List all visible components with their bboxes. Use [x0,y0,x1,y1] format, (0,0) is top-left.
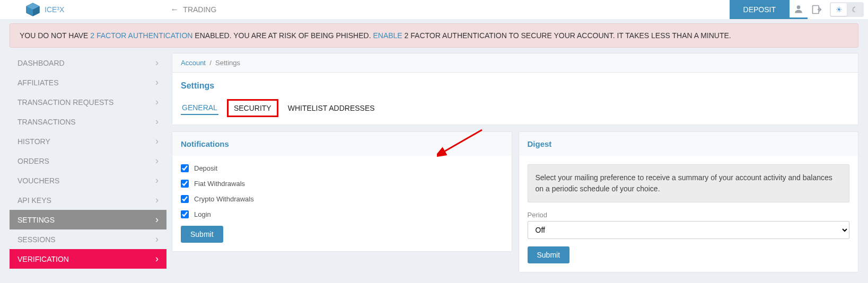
chevron-right-icon: › [155,116,159,127]
nav-back[interactable]: ← TRADING [170,5,216,14]
sidebar: DASHBOARD› AFFILIATES› TRANSACTION REQUE… [10,53,166,272]
sidebar-item-transactions[interactable]: TRANSACTIONS› [10,112,166,131]
chevron-right-icon: › [155,214,159,225]
checkbox-deposit[interactable] [181,164,189,172]
notifications-submit-button[interactable]: Submit [181,226,223,243]
chevron-right-icon: › [155,96,159,108]
settings-panel: Account / Settings Settings GENERAL SECU… [172,53,858,125]
chevron-right-icon: › [155,77,159,88]
tab-general[interactable]: GENERAL [181,101,218,115]
notif-crypto-withdrawals[interactable]: Crypto Withdrawals [181,195,503,203]
sidebar-item-history[interactable]: HISTORY› [10,131,166,151]
chevron-right-icon: › [155,175,159,186]
alert-2fa-link[interactable]: 2 FACTOR AUTHENTICATION [90,31,192,40]
period-label: Period [528,211,850,219]
period-select[interactable]: Off [528,221,850,239]
digest-header: Digest [519,131,859,156]
profile-icon[interactable] [790,0,808,19]
theme-toggle[interactable]: ☀ ☾ [830,2,864,17]
settings-title: Settings [181,81,849,91]
brand-logo[interactable]: ICE³X [25,2,64,17]
sidebar-item-api-keys[interactable]: API KEYS› [10,190,166,210]
chevron-right-icon: › [155,155,159,166]
breadcrumb-current: Settings [215,59,240,67]
sidebar-item-orders[interactable]: ORDERS› [10,151,166,171]
two-factor-alert: YOU DO NOT HAVE 2 FACTOR AUTHENTICATION … [10,23,858,48]
back-arrow-icon: ← [170,5,179,14]
chevron-right-icon: › [155,57,159,68]
sidebar-item-sessions[interactable]: SESSIONS› [10,229,166,249]
sidebar-item-verification[interactable]: VERIFICATION› [10,249,166,269]
tab-security[interactable]: SECURITY [227,99,278,117]
sidebar-item-dashboard[interactable]: DASHBOARD› [10,53,166,73]
digest-body: Select your mailing preference to receiv… [519,156,859,272]
topbar: ICE³X ← TRADING DEPOSIT ☀ ☾ [0,0,868,19]
notif-deposit[interactable]: Deposit [181,164,503,172]
nav-label: TRADING [183,5,216,14]
notif-login[interactable]: Login [181,210,503,218]
chevron-right-icon: › [155,253,159,264]
brand-name: ICE³X [45,5,64,14]
notifications-title: Notifications [181,139,503,148]
checkbox-login[interactable] [181,210,189,218]
logout-icon[interactable] [808,0,826,19]
digest-title: Digest [528,139,850,148]
notifications-header: Notifications [172,131,512,156]
sidebar-item-affiliates[interactable]: AFFILIATES› [10,73,166,92]
sidebar-item-transaction-requests[interactable]: TRANSACTION REQUESTS› [10,92,166,112]
digest-description: Select your mailing preference to receiv… [528,164,850,202]
checkbox-crypto-withdrawals[interactable] [181,195,189,203]
sidebar-item-vouchers[interactable]: VOUCHERS› [10,171,166,190]
notifications-body: Deposit Fiat Withdrawals Crypto Withdraw… [172,156,512,252]
logo-cube-icon [25,2,40,17]
chevron-right-icon: › [155,136,159,147]
notif-fiat-withdrawals[interactable]: Fiat Withdrawals [181,180,503,188]
breadcrumb-account[interactable]: Account [181,59,206,67]
alert-enable-link[interactable]: ENABLE [373,31,402,40]
checkbox-fiat-withdrawals[interactable] [181,180,189,188]
settings-tabs: GENERAL SECURITY WHITELIST ADDRESSES [181,99,849,125]
svg-point-3 [797,5,801,9]
tab-whitelist[interactable]: WHITELIST ADDRESSES [287,102,376,114]
chevron-right-icon: › [155,194,159,206]
sidebar-item-settings[interactable]: SETTINGS› [10,210,166,229]
deposit-button[interactable]: DEPOSIT [730,0,790,19]
breadcrumb: Account / Settings [181,59,849,67]
digest-submit-button[interactable]: Submit [528,246,570,263]
chevron-right-icon: › [155,234,159,245]
dark-mode-icon[interactable]: ☾ [847,3,863,16]
light-mode-icon[interactable]: ☀ [831,3,847,16]
